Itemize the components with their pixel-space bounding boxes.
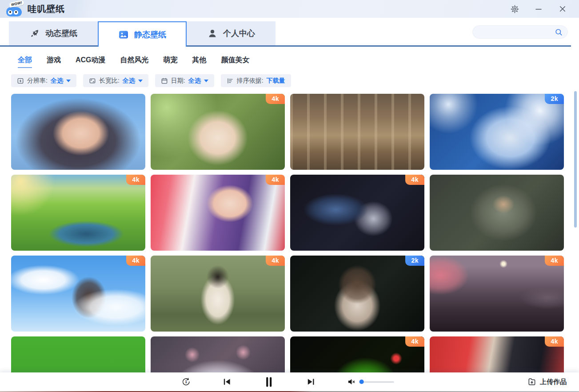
filter-label: 排序依据: — [237, 77, 264, 85]
category-label: 其他 — [192, 56, 207, 64]
resolution-icon — [17, 77, 24, 84]
filter-label: 分辨率: — [27, 77, 48, 85]
filter-value: 全选 — [188, 77, 201, 85]
wallpaper-card[interactable] — [11, 94, 145, 170]
category-item[interactable]: 其他 — [192, 56, 207, 68]
resolution-badge: 4k — [266, 256, 285, 266]
wallpaper-card[interactable]: 2k — [430, 94, 564, 170]
previous-icon — [222, 377, 232, 387]
player-controls: 1 — [181, 372, 394, 391]
category-label: ACG动漫 — [76, 56, 106, 64]
mascot-eye — [14, 10, 18, 15]
app-logo-icon: WOW! — [6, 1, 23, 16]
resolution-badge: 4k — [545, 256, 564, 266]
upload-icon — [527, 377, 536, 386]
user-icon — [207, 28, 218, 39]
volume-slider-thumb[interactable] — [359, 380, 364, 384]
category-item[interactable]: 游戏 — [47, 56, 61, 68]
app-brand: WOW! 哇叽壁纸 — [0, 1, 65, 16]
category-label: 全部 — [18, 56, 32, 64]
tab-static-wallpaper[interactable]: 静态壁纸 — [98, 21, 187, 47]
category-label: 萌宠 — [164, 56, 178, 64]
category-label: 游戏 — [47, 56, 61, 64]
next-icon — [306, 377, 315, 387]
wallpaper-card[interactable]: 2k — [290, 256, 424, 332]
calendar-icon — [161, 77, 168, 84]
volume-muted-icon — [347, 377, 356, 387]
previous-track-button[interactable] — [222, 377, 232, 387]
settings-button[interactable] — [510, 4, 519, 14]
tab-label: 个人中心 — [223, 28, 255, 39]
wallpaper-card[interactable]: 4k — [290, 175, 424, 251]
category-item[interactable]: 颜值美女 — [221, 56, 250, 68]
volume-slider[interactable] — [359, 381, 394, 383]
next-track-button[interactable] — [306, 377, 315, 387]
tab-label: 动态壁纸 — [45, 28, 77, 39]
aspect-ratio-icon — [89, 77, 96, 84]
chevron-down-icon — [66, 80, 71, 82]
resolution-badge: 4k — [126, 256, 145, 266]
close-icon — [559, 5, 567, 13]
category-item[interactable]: 萌宠 — [164, 56, 178, 68]
minimize-icon — [535, 5, 543, 13]
category-label: 自然风光 — [120, 56, 149, 64]
volume-control — [347, 377, 394, 387]
tab-bar: 动态壁纸 静态壁纸 — [0, 21, 579, 47]
image-icon — [118, 29, 129, 40]
close-button[interactable] — [558, 4, 567, 14]
filter-sort[interactable]: 排序依据: 下载量 — [221, 74, 291, 87]
filter-label: 日期: — [171, 77, 185, 85]
tab-live-wallpaper[interactable]: 动态壁纸 — [9, 21, 98, 45]
filter-value: 下载量 — [267, 77, 285, 85]
app-window: WOW! 哇叽壁纸 — [0, 0, 579, 392]
search-box[interactable] — [472, 25, 568, 39]
wallpaper-card[interactable]: 4k — [430, 256, 564, 332]
resolution-badge: 4k — [405, 336, 424, 347]
player-bar: 1 — [0, 372, 579, 391]
wallpaper-card[interactable]: 4k — [151, 94, 285, 170]
filter-value: 全选 — [51, 77, 63, 85]
filter-bar: 分辨率: 全选 长宽比: 全选 日期: 全选 — [11, 74, 579, 87]
tabs: 动态壁纸 静态壁纸 — [9, 21, 276, 47]
resolution-badge: 2k — [545, 94, 564, 104]
chevron-down-icon — [204, 80, 208, 82]
wallpaper-card[interactable] — [430, 175, 564, 251]
search-input[interactable] — [473, 26, 567, 38]
repeat-one-button[interactable]: 1 — [181, 377, 191, 387]
pause-icon — [263, 376, 275, 388]
svg-text:1: 1 — [185, 380, 187, 384]
minimize-button[interactable] — [534, 4, 543, 14]
chevron-down-icon — [138, 80, 143, 82]
category-item[interactable]: ACG动漫 — [76, 56, 106, 68]
resolution-badge: 4k — [405, 175, 424, 185]
upload-button[interactable]: 上传作品 — [527, 372, 567, 391]
resolution-badge: 4k — [126, 175, 145, 185]
resolution-badge: 4k — [266, 175, 285, 185]
search-icon[interactable] — [555, 28, 563, 36]
wallpaper-card[interactable]: 4k — [151, 175, 285, 251]
upload-label: 上传作品 — [540, 378, 567, 386]
wallpaper-card[interactable]: 4k — [151, 256, 285, 332]
filter-aspect-ratio[interactable]: 长宽比: 全选 — [83, 74, 148, 87]
category-nav: 全部游戏ACG动漫自然风光萌宠其他颜值美女 — [18, 56, 579, 68]
titlebar: WOW! 哇叽壁纸 — [0, 0, 579, 18]
resolution-badge: 4k — [545, 336, 564, 347]
filter-resolution[interactable]: 分辨率: 全选 — [11, 74, 76, 87]
wallpaper-card[interactable]: 4k — [11, 175, 145, 251]
window-controls — [510, 4, 579, 14]
tab-personal-center[interactable]: 个人中心 — [187, 21, 276, 45]
gear-icon — [511, 5, 519, 13]
scrollbar-thumb[interactable] — [574, 91, 577, 228]
resolution-badge: 2k — [405, 256, 424, 266]
tab-label: 静态壁纸 — [134, 29, 166, 40]
wallpaper-card[interactable]: 4k — [11, 256, 145, 332]
category-item[interactable]: 全部 — [18, 56, 32, 68]
mascot-blob — [6, 7, 22, 16]
wallpaper-card[interactable] — [290, 94, 424, 170]
pause-button[interactable] — [263, 376, 275, 388]
filter-date[interactable]: 日期: 全选 — [155, 74, 214, 87]
sort-icon — [227, 77, 234, 84]
category-item[interactable]: 自然风光 — [120, 56, 149, 68]
mute-button[interactable] — [347, 377, 356, 387]
resolution-badge: 4k — [266, 94, 285, 104]
